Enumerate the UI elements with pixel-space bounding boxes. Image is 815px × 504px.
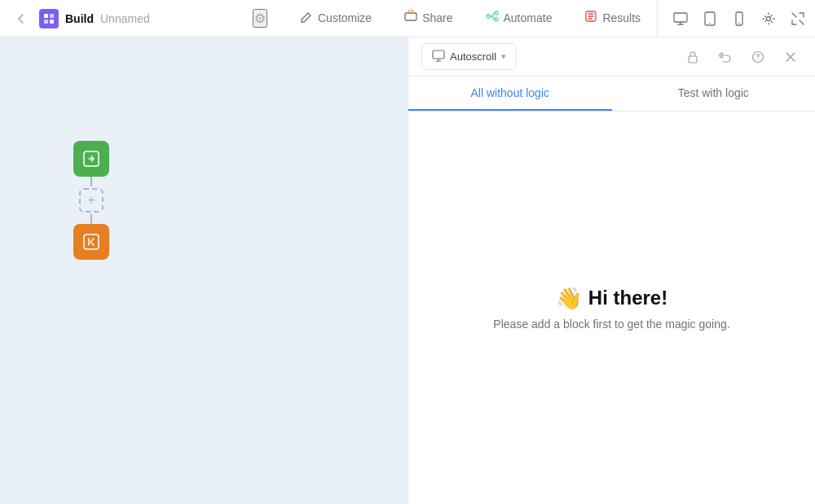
hi-there-text: Hi there! — [588, 287, 667, 309]
svg-rect-0 — [44, 14, 48, 18]
app-logo — [39, 9, 59, 28]
nav-right — [657, 0, 815, 37]
tab-customize[interactable]: Customize — [284, 0, 388, 37]
tab-results[interactable]: Results — [568, 0, 657, 37]
app-name: Build — [65, 12, 94, 25]
desktop-view-button[interactable] — [667, 6, 694, 32]
svg-point-13 — [738, 22, 740, 24]
svg-rect-17 — [433, 50, 444, 59]
flow-connector: + — [79, 177, 104, 224]
svg-point-7 — [495, 18, 498, 21]
close-button[interactable] — [779, 46, 802, 68]
panel-tabs: All without logic Test with logic — [408, 77, 815, 112]
share-icon — [404, 10, 417, 25]
autoscroll-button[interactable]: Autoscroll ▾ — [421, 43, 517, 70]
panel-toolbar: Autoscroll ▾ — [408, 37, 815, 77]
undo-button[interactable] — [714, 46, 737, 68]
back-button[interactable] — [10, 7, 33, 30]
hi-there-section: 👋 Hi there! Please add a block first to … — [493, 286, 729, 331]
svg-rect-4 — [405, 13, 416, 20]
tab-all-without-logic[interactable]: All without logic — [408, 77, 612, 111]
svg-rect-2 — [44, 20, 48, 24]
settings-button[interactable]: ⚙ — [253, 9, 267, 28]
svg-point-20 — [757, 59, 758, 59]
flow-line-top — [90, 177, 92, 186]
svg-rect-1 — [50, 14, 54, 18]
lock-button[interactable] — [681, 46, 704, 68]
add-block-button[interactable]: + — [79, 188, 104, 213]
doc-name: Unnamed — [100, 12, 150, 25]
expand-button[interactable] — [785, 6, 811, 32]
mobile-view-button[interactable] — [726, 6, 752, 32]
tablet-view-button[interactable] — [697, 6, 723, 32]
hi-there-subtitle: Please add a block first to get the magi… — [493, 318, 729, 331]
tab-share[interactable]: Share — [388, 0, 469, 37]
panel-content: 👋 Hi there! Please add a block first to … — [408, 112, 815, 504]
gear-button[interactable] — [756, 6, 782, 32]
tab-test-with-logic[interactable]: Test with logic — [612, 77, 816, 111]
wave-emoji: 👋 — [556, 286, 582, 311]
svg-rect-3 — [50, 20, 54, 24]
nav-left: Build Unnamed ⚙ — [0, 7, 277, 30]
flow-line-bottom — [90, 214, 92, 224]
flow-container: + — [73, 141, 109, 260]
autoscroll-icon — [432, 49, 445, 64]
canvas-area[interactable]: + — [0, 37, 408, 504]
results-icon — [584, 10, 597, 25]
right-panel: Autoscroll ▾ — [408, 37, 815, 504]
panel-toolbar-right — [681, 46, 802, 68]
tab-automate[interactable]: Automate — [469, 0, 569, 37]
help-button[interactable] — [747, 46, 769, 68]
svg-point-14 — [767, 16, 771, 20]
main-layout: + — [0, 37, 815, 504]
svg-rect-9 — [674, 13, 687, 22]
autoscroll-chevron-icon: ▾ — [501, 51, 506, 62]
automate-icon — [486, 10, 499, 25]
autoscroll-label: Autoscroll — [450, 50, 496, 63]
top-nav: Build Unnamed ⚙ Customize Share — [0, 0, 815, 37]
svg-point-11 — [709, 22, 711, 24]
hi-there-title: 👋 Hi there! — [556, 286, 667, 311]
customize-icon — [300, 10, 313, 25]
svg-point-6 — [495, 11, 498, 15]
end-node[interactable] — [73, 224, 109, 260]
nav-tabs: Customize Share Automate — [284, 0, 657, 37]
start-node[interactable] — [73, 141, 109, 177]
svg-rect-18 — [689, 56, 697, 63]
